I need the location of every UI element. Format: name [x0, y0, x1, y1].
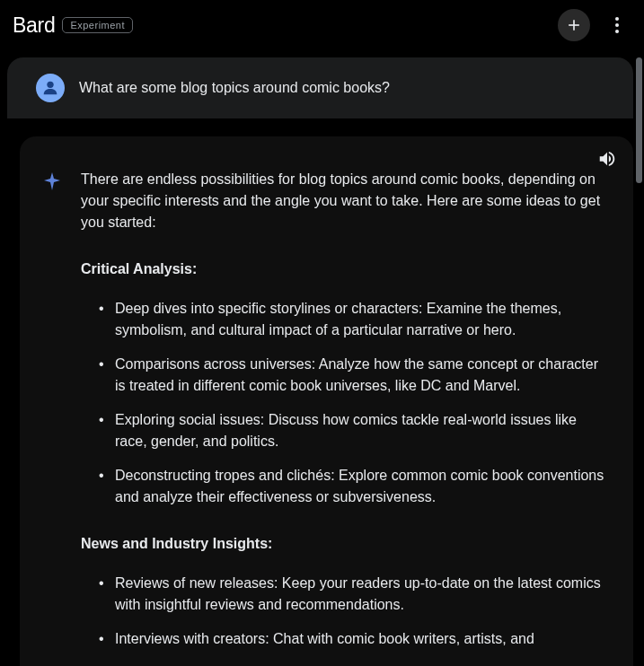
list-item: Interviews with creators: Chat with comi… — [99, 628, 612, 650]
chat-scroll-container: What are some blog topics around comic b… — [0, 50, 644, 666]
user-message-text: What are some blog topics around comic b… — [79, 80, 390, 96]
list-item: Deep dives into specific storylines or c… — [99, 298, 612, 341]
list-item: Comparisons across universes: Analyze ho… — [99, 354, 612, 397]
svg-point-2 — [47, 82, 53, 88]
section-heading: News and Industry Insights: — [81, 533, 612, 555]
response-intro: There are endless possibilities for blog… — [81, 169, 612, 233]
bard-sparkle-icon — [41, 171, 63, 192]
header-right — [558, 9, 633, 41]
more-vertical-icon — [615, 17, 619, 33]
user-avatar — [36, 74, 65, 102]
header: Bard Experiment — [0, 0, 644, 50]
user-message: What are some blog topics around comic b… — [7, 57, 633, 118]
bullet-list: Deep dives into specific storylines or c… — [81, 298, 612, 508]
audio-button[interactable] — [597, 149, 617, 172]
brand-name: Bard — [13, 13, 55, 38]
header-left: Bard Experiment — [13, 13, 133, 38]
experiment-badge: Experiment — [62, 17, 133, 33]
response-body: There are endless possibilities for blog… — [81, 169, 612, 666]
person-icon — [40, 78, 60, 98]
list-item: Reviews of new releases: Keep your reade… — [99, 573, 612, 616]
section-heading: Critical Analysis: — [81, 259, 612, 280]
response-section: News and Industry Insights: Reviews of n… — [81, 533, 612, 650]
bullet-list: Reviews of new releases: Keep your reade… — [81, 573, 612, 650]
plus-icon — [565, 16, 583, 34]
new-chat-button[interactable] — [558, 9, 590, 41]
list-item: Exploring social issues: Discuss how com… — [99, 409, 612, 452]
response-content: There are endless possibilities for blog… — [41, 154, 612, 666]
response-card: There are endless possibilities for blog… — [20, 136, 633, 666]
volume-icon — [597, 149, 617, 169]
list-item: Deconstructing tropes and clichés: Explo… — [99, 465, 612, 508]
more-options-button[interactable] — [601, 9, 633, 41]
scrollbar-thumb[interactable] — [636, 57, 642, 183]
response-section: Critical Analysis: Deep dives into speci… — [81, 259, 612, 508]
